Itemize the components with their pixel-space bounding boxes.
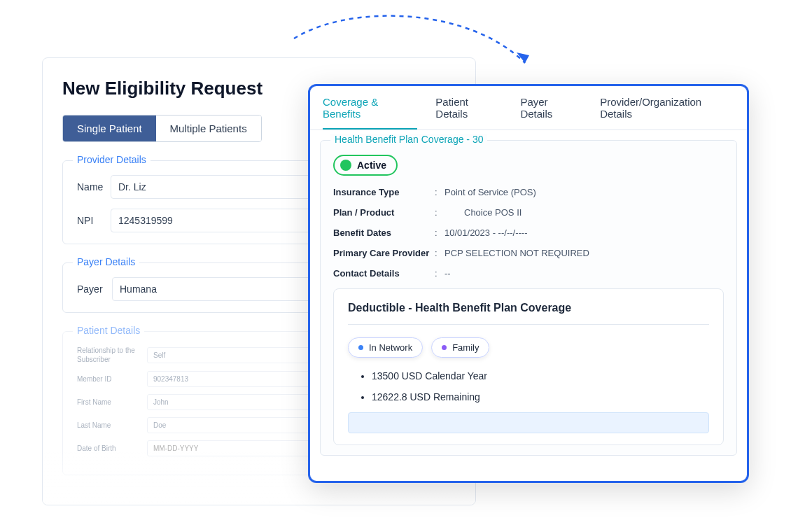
coverage-box: Health Benefit Plan Coverage - 30 Active… — [320, 140, 737, 456]
row-benefit-dates: Benefit Dates : 10/01/2023 - --/--/---- — [333, 227, 724, 238]
status-text: Active — [357, 160, 386, 171]
status-badge: Active — [333, 155, 398, 176]
first-name-label: First Name — [77, 398, 147, 407]
result-tabs: Coverage & Benefits Patient Details Paye… — [310, 86, 747, 130]
svg-marker-0 — [517, 52, 529, 63]
insurance-type-key: Insurance Type — [333, 187, 435, 197]
tab-single-patient[interactable]: Single Patient — [63, 115, 156, 141]
dot-icon — [358, 345, 363, 350]
member-id-label: Member ID — [77, 374, 147, 384]
row-contact-details: Contact Details : -- — [333, 268, 724, 279]
payer-label: Payer — [77, 284, 112, 295]
plan-product-key: Plan / Product — [333, 207, 435, 218]
chip-in-network[interactable]: In Network — [348, 337, 423, 358]
tab-multiple-patients[interactable]: Multiple Patients — [156, 115, 261, 141]
provider-legend: Provider Details — [73, 154, 150, 165]
row-insurance-type: Insurance Type : Point of Service (POS) — [333, 187, 724, 197]
chip-family[interactable]: Family — [431, 337, 489, 358]
chip-family-label: Family — [452, 342, 479, 353]
deductible-bullets: 13500 USD Calendar Year 12622.8 USD Rema… — [348, 370, 709, 402]
provider-npi-label: NPI — [77, 215, 111, 226]
dob-label: Date of Birth — [77, 444, 147, 453]
chip-in-network-label: In Network — [369, 342, 412, 353]
coverage-legend: Health Benefit Plan Coverage - 30 — [330, 134, 487, 145]
highlight-bar — [348, 412, 709, 433]
row-pcp: Primary Care Provider : PCP SELECTION NO… — [333, 248, 724, 258]
patient-mode-tabs: Single Patient Multiple Patients — [62, 115, 262, 142]
tab-coverage-benefits[interactable]: Coverage & Benefits — [323, 96, 417, 130]
contact-details-val: -- — [444, 268, 451, 279]
deductible-card: Deductible - Health Benefit Plan Coverag… — [333, 288, 724, 445]
pcp-val: PCP SELECTION NOT REQUIRED — [444, 248, 589, 258]
contact-details-key: Contact Details — [333, 268, 435, 279]
benefit-dates-val: 10/01/2023 - --/--/---- — [444, 227, 527, 238]
eligibility-result-panel: Coverage & Benefits Patient Details Paye… — [308, 84, 749, 483]
dot-icon — [442, 345, 447, 350]
list-item: 12622.8 USD Remaining — [372, 391, 709, 402]
patient-legend: Patient Details — [73, 325, 144, 336]
plan-product-val: Choice POS II — [444, 207, 522, 218]
tab-patient-details[interactable]: Patient Details — [435, 96, 502, 130]
relationship-label: Relationship to the Subscriber — [77, 346, 147, 364]
row-plan-product: Plan / Product : Choice POS II — [333, 207, 724, 218]
insurance-type-val: Point of Service (POS) — [444, 187, 536, 197]
tab-payer-details[interactable]: Payer Details — [520, 96, 582, 130]
pcp-key: Primary Care Provider — [333, 248, 435, 258]
payer-legend: Payer Details — [73, 256, 139, 267]
tab-provider-org-details[interactable]: Provider/Organization Details — [600, 96, 734, 130]
provider-name-label: Name — [77, 181, 111, 192]
benefit-dates-key: Benefit Dates — [333, 227, 435, 238]
deductible-title: Deductible - Health Benefit Plan Coverag… — [348, 302, 709, 325]
list-item: 13500 USD Calendar Year — [372, 370, 709, 382]
last-name-label: Last Name — [77, 421, 147, 430]
status-dot-icon — [340, 160, 351, 171]
deductible-chips: In Network Family — [348, 337, 709, 358]
